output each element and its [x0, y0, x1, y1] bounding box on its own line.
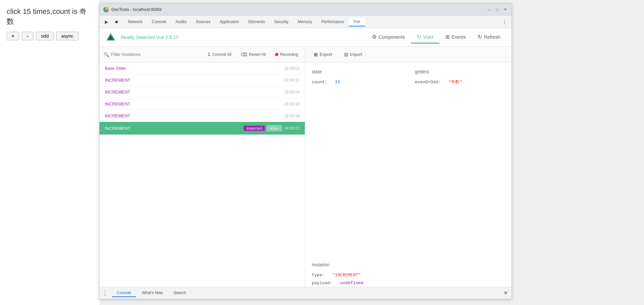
- revert-all-button[interactable]: ⌫ Revert All: [238, 51, 268, 58]
- type-key: type:: [312, 273, 325, 278]
- tab-vue[interactable]: Vue: [349, 17, 365, 26]
- mutation-title: mutation: [312, 262, 505, 267]
- title-bar: DevTools - localhost:8080/ — □ ✕: [100, 4, 511, 16]
- mutation-row-active[interactable]: INCREMENT inspected active 16:59:22: [100, 122, 305, 135]
- page-buttons: + - odd async: [7, 32, 93, 40]
- payload-key: payload:: [312, 281, 332, 286]
- devtools-tab-bar: ▶ ◾ Network Console Audits Sources Appli…: [100, 16, 511, 28]
- payload-value: undefined: [340, 281, 363, 286]
- minus-button[interactable]: -: [22, 32, 33, 40]
- state-section: state count: 15: [312, 69, 402, 255]
- export-icon: ▦: [314, 52, 318, 57]
- state-panel: ▦ Export ▧ Import state count: 15: [305, 47, 511, 287]
- state-title: state: [312, 69, 402, 74]
- mutation-name-base: Base State: [105, 66, 284, 71]
- bottom-close-button[interactable]: ✕: [502, 290, 509, 296]
- async-button[interactable]: async: [56, 32, 78, 40]
- main-content: 🔍 ↧ Commit All ⌫ Revert All Recording: [100, 47, 511, 287]
- state-content: state count: 15 getters evenOrOdd: "奇数": [305, 62, 511, 262]
- nav-events-label: Events: [452, 34, 466, 40]
- tab-application[interactable]: Application: [215, 18, 244, 26]
- mutation-name-1: INCREMENT: [105, 78, 284, 83]
- mutation-time-active: 16:59:22: [284, 126, 300, 131]
- nav-vuex[interactable]: ↻ Vuex: [411, 31, 439, 44]
- nav-components-label: Components: [379, 34, 405, 40]
- mutations-panel: 🔍 ↧ Commit All ⌫ Revert All Recording: [100, 47, 305, 287]
- mutation-time-2: 16:59:14: [284, 90, 300, 95]
- mobile-icon[interactable]: ◾: [112, 18, 121, 26]
- nav-components[interactable]: ⚙ Components: [366, 31, 411, 44]
- refresh-icon: ↻: [478, 34, 482, 40]
- nav-refresh-label: Refresh: [484, 34, 500, 40]
- maximize-button[interactable]: □: [495, 7, 500, 12]
- bottom-tab-whatsnew[interactable]: What's New: [137, 289, 168, 297]
- components-icon: ⚙: [372, 34, 377, 40]
- mutation-row-4[interactable]: INCREMENT 16:59:18: [100, 110, 305, 122]
- count-value: 15: [335, 80, 340, 85]
- recording-button[interactable]: Recording: [272, 51, 301, 58]
- export-label: Export: [320, 52, 332, 57]
- bottom-menu-icon[interactable]: ⋮: [102, 289, 108, 297]
- mutation-name-4: INCREMENT: [105, 113, 284, 118]
- chrome-icon: [103, 7, 109, 12]
- count-key: count:: [312, 80, 327, 85]
- commit-all-label: Commit All: [213, 52, 231, 57]
- mutation-time-4: 16:59:18: [284, 114, 300, 118]
- bottom-tab-search[interactable]: Search: [169, 289, 191, 297]
- more-tabs-button[interactable]: ⋮: [500, 18, 509, 26]
- import-icon: ▧: [344, 52, 348, 57]
- nav-refresh[interactable]: ↻ Refresh: [472, 31, 506, 44]
- getters-title: getters: [415, 69, 505, 74]
- type-value: "INCREMENT": [332, 273, 361, 278]
- import-label: Import: [350, 52, 362, 57]
- tab-performance[interactable]: Performance: [317, 18, 349, 26]
- state-toolbar: ▦ Export ▧ Import: [305, 47, 511, 62]
- mutation-payload-item: payload: undefined: [312, 279, 505, 287]
- close-button[interactable]: ✕: [503, 7, 507, 12]
- getter-value: "奇数": [448, 80, 462, 85]
- commit-all-button[interactable]: ↧ Commit All: [204, 51, 234, 58]
- mutation-time-base: 16:59:03: [284, 66, 300, 71]
- mutation-time-1: 16:59:11: [284, 78, 300, 83]
- mutation-row-2[interactable]: INCREMENT 16:59:14: [100, 86, 305, 98]
- export-button[interactable]: ▦ Export: [310, 51, 336, 58]
- window-controls: — □ ✕: [487, 7, 507, 12]
- import-button[interactable]: ▧ Import: [341, 51, 366, 58]
- mutation-row-base[interactable]: Base State 16:59:03: [100, 62, 305, 74]
- mutation-row-3[interactable]: INCREMENT 16:59:16: [100, 98, 305, 110]
- svg-point-2: [105, 9, 107, 11]
- vuex-icon: ↻: [417, 34, 421, 40]
- recording-label: Recording: [280, 52, 298, 57]
- getters-section: getters evenOrOdd: "奇数": [415, 69, 505, 255]
- tab-network[interactable]: Network: [123, 18, 147, 26]
- bottom-tab-console[interactable]: Console: [112, 289, 136, 297]
- tab-audits[interactable]: Audits: [171, 18, 191, 26]
- nav-events[interactable]: ⊞ Events: [439, 31, 472, 44]
- tab-console[interactable]: Console: [147, 18, 171, 26]
- cursor-icon[interactable]: ▶: [102, 18, 111, 26]
- inspected-badge: inspected: [244, 126, 264, 131]
- odd-button[interactable]: odd: [36, 32, 54, 40]
- tab-memory[interactable]: Memory: [293, 18, 317, 26]
- revert-icon: ⌫: [241, 52, 247, 57]
- filter-input[interactable]: [111, 52, 200, 57]
- search-icon: 🔍: [103, 52, 109, 57]
- devtools-window: DevTools - localhost:8080/ — □ ✕ ▶ ◾ Net…: [99, 3, 512, 299]
- app-page: click 15 times,count is 奇数 + - odd async: [0, 0, 99, 305]
- mutation-section: mutation type: "INCREMENT" payload: unde…: [305, 262, 511, 287]
- tab-elements[interactable]: Elements: [244, 18, 269, 26]
- plus-button[interactable]: +: [7, 32, 19, 40]
- window-title: DevTools - localhost:8080/: [111, 7, 484, 12]
- vue-nav: ⚙ Components ↻ Vuex ⊞ Events ↻ Refresh: [366, 31, 506, 43]
- tab-security[interactable]: Security: [269, 18, 293, 26]
- minimize-button[interactable]: —: [487, 7, 492, 12]
- mutation-name-active: INCREMENT: [105, 126, 244, 131]
- mutations-toolbar: 🔍 ↧ Commit All ⌫ Revert All Recording: [100, 47, 305, 62]
- tab-sources[interactable]: Sources: [191, 18, 215, 26]
- vue-status: Ready. Detected Vue 2.5.17.: [121, 35, 366, 40]
- recording-dot-icon: [275, 53, 278, 56]
- mutation-row-1[interactable]: INCREMENT 16:59:11: [100, 74, 305, 86]
- nav-vuex-label: Vuex: [423, 34, 433, 40]
- commit-icon: ↧: [207, 52, 211, 57]
- mutation-time-3: 16:59:16: [284, 102, 300, 106]
